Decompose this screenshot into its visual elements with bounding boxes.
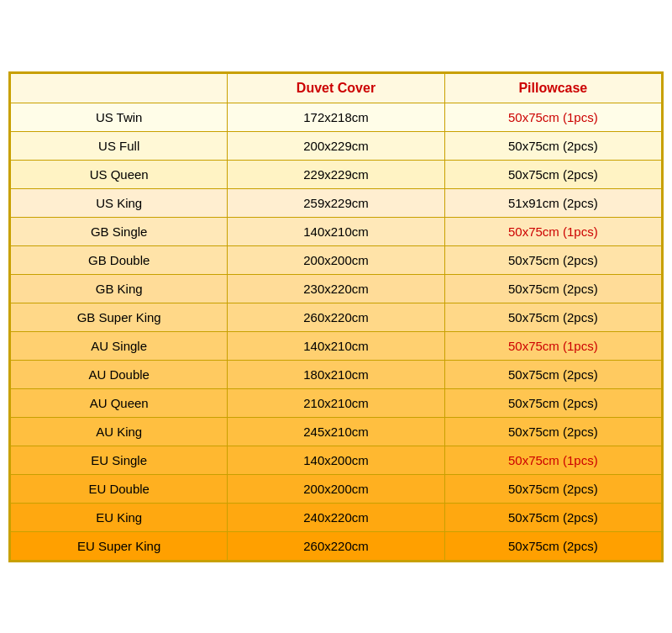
row-label: GB Double: [11, 245, 228, 274]
table-row: GB Double200x200cm50x75cm (2pcs): [11, 245, 662, 274]
pillow-size: 50x75cm (2pcs): [444, 131, 661, 160]
header-empty: [11, 73, 228, 103]
row-label: GB King: [11, 274, 228, 303]
header-pillow: Pillowcase: [444, 73, 661, 103]
row-label: AU Queen: [11, 388, 228, 417]
table-row: US Twin172x218cm50x75cm (1pcs): [11, 103, 662, 131]
table-row: AU Queen210x210cm50x75cm (2pcs): [11, 388, 662, 417]
row-label: AU King: [11, 417, 228, 446]
row-label: US King: [11, 188, 228, 217]
table-row: AU Double180x210cm50x75cm (2pcs): [11, 360, 662, 388]
duvet-size: 172x218cm: [228, 103, 444, 131]
duvet-size: 259x229cm: [228, 188, 444, 217]
table-row: GB Super King260x220cm50x75cm (2pcs): [11, 303, 662, 331]
duvet-size: 229x229cm: [228, 160, 444, 188]
duvet-size: 200x200cm: [228, 474, 444, 503]
row-label: EU Super King: [11, 531, 228, 560]
table-row: US Queen229x229cm50x75cm (2pcs): [11, 160, 662, 188]
pillow-size: 50x75cm (1pcs): [444, 331, 661, 360]
pillow-size: 50x75cm (2pcs): [444, 303, 661, 331]
row-label: AU Double: [11, 360, 228, 388]
pillow-size: 50x75cm (2pcs): [444, 274, 661, 303]
row-label: EU Double: [11, 474, 228, 503]
table-row: EU Double200x200cm50x75cm (2pcs): [11, 474, 662, 503]
row-label: US Queen: [11, 160, 228, 188]
duvet-size: 245x210cm: [228, 417, 444, 446]
row-label: GB Single: [11, 217, 228, 245]
duvet-size: 180x210cm: [228, 360, 444, 388]
duvet-size: 200x200cm: [228, 245, 444, 274]
duvet-size: 230x220cm: [228, 274, 444, 303]
duvet-size: 260x220cm: [228, 303, 444, 331]
pillow-size: 51x91cm (2pcs): [444, 188, 661, 217]
pillow-size: 50x75cm (2pcs): [444, 360, 661, 388]
table-row: EU King240x220cm50x75cm (2pcs): [11, 503, 662, 531]
table-row: EU Super King260x220cm50x75cm (2pcs): [11, 531, 662, 560]
duvet-size: 140x200cm: [228, 446, 444, 474]
table-row: AU King245x210cm50x75cm (2pcs): [11, 417, 662, 446]
pillow-size: 50x75cm (2pcs): [444, 245, 661, 274]
pillow-size: 50x75cm (2pcs): [444, 531, 661, 560]
header-duvet: Duvet Cover: [228, 73, 444, 103]
pillow-size: 50x75cm (2pcs): [444, 160, 661, 188]
duvet-size: 210x210cm: [228, 388, 444, 417]
pillow-size: 50x75cm (2pcs): [444, 503, 661, 531]
duvet-size: 140x210cm: [228, 331, 444, 360]
duvet-size: 140x210cm: [228, 217, 444, 245]
table-row: US Full200x229cm50x75cm (2pcs): [11, 131, 662, 160]
row-label: US Full: [11, 131, 228, 160]
table-row: US King259x229cm51x91cm (2pcs): [11, 188, 662, 217]
table-row: GB King230x220cm50x75cm (2pcs): [11, 274, 662, 303]
pillow-size: 50x75cm (2pcs): [444, 417, 661, 446]
size-chart-table: Duvet Cover Pillowcase US Twin172x218cm5…: [10, 73, 662, 561]
pillow-size: 50x75cm (2pcs): [444, 474, 661, 503]
pillow-size: 50x75cm (1pcs): [444, 446, 661, 474]
row-label: EU King: [11, 503, 228, 531]
row-label: US Twin: [11, 103, 228, 131]
row-label: GB Super King: [11, 303, 228, 331]
duvet-size: 240x220cm: [228, 503, 444, 531]
row-label: AU Single: [11, 331, 228, 360]
table-row: EU Single140x200cm50x75cm (1pcs): [11, 446, 662, 474]
duvet-size: 260x220cm: [228, 531, 444, 560]
pillow-size: 50x75cm (1pcs): [444, 217, 661, 245]
pillow-size: 50x75cm (2pcs): [444, 388, 661, 417]
duvet-size: 200x229cm: [228, 131, 444, 160]
table-row: GB Single140x210cm50x75cm (1pcs): [11, 217, 662, 245]
pillow-size: 50x75cm (1pcs): [444, 103, 661, 131]
row-label: EU Single: [11, 446, 228, 474]
size-chart-container: Duvet Cover Pillowcase US Twin172x218cm5…: [8, 71, 664, 562]
table-row: AU Single140x210cm50x75cm (1pcs): [11, 331, 662, 360]
